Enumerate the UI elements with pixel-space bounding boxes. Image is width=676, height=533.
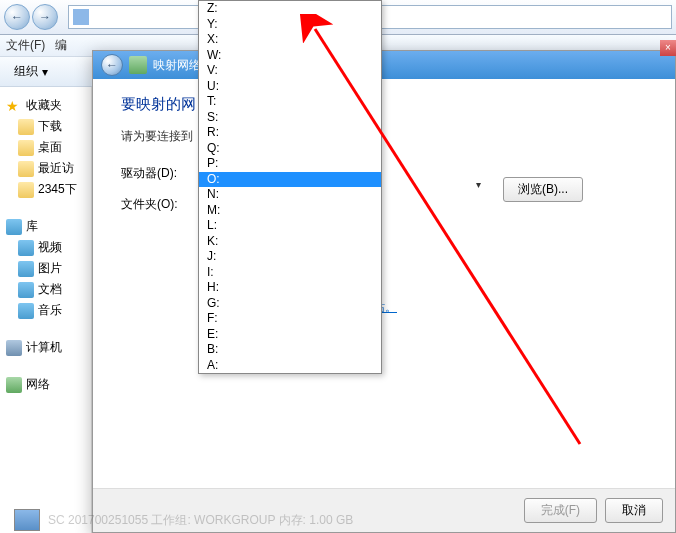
sidebar-favorites-label: 收藏夹 [26,97,62,114]
sidebar-item-pictures[interactable]: 图片 [0,258,91,279]
forward-arrow-icon: → [39,10,51,24]
sidebar-item-music[interactable]: 音乐 [0,300,91,321]
back-arrow-icon: ← [11,10,23,24]
drive-letter-dropdown[interactable]: Z:Y:X:W:V:U:T:S:R:Q:P:O:N:M:L:K:J:I:H:G:… [198,0,382,374]
forward-button[interactable]: → [32,4,58,30]
drive-option-q[interactable]: Q: [199,141,381,157]
drive-option-h[interactable]: H: [199,280,381,296]
picture-icon [18,261,34,277]
folder-icon [18,182,34,198]
drive-option-a[interactable]: A: [199,358,381,374]
sidebar-computer-label: 计算机 [26,339,62,356]
music-icon [18,303,34,319]
dialog-back-button[interactable]: ← [101,54,123,76]
folder-icon [18,161,34,177]
sidebar-item-desktop[interactable]: 桌面 [0,137,91,158]
sidebar-libraries-label: 库 [26,218,38,235]
drive-option-n[interactable]: N: [199,187,381,203]
folder-label: 文件夹(O): [121,196,196,213]
sidebar-item-documents[interactable]: 文档 [0,279,91,300]
folder-dropdown-arrow-icon[interactable]: ▾ [476,179,481,190]
drive-option-k[interactable]: K: [199,234,381,250]
star-icon: ★ [6,98,22,114]
organize-button[interactable]: 组织 ▾ [8,61,54,82]
library-icon [6,219,22,235]
dialog-body: 要映射的网 请为要连接到 驱动器(D): 文件夹(O): ▾ 浏览(B)... … [93,79,675,488]
map-network-drive-dialog: ← 映射网络 要映射的网 请为要连接到 驱动器(D): 文件夹(O): ▾ 浏览… [92,50,676,533]
status-bar: SC 201700251055 工作组: WORKGROUP 内存: 1.00 … [14,509,353,531]
folder-icon [18,119,34,135]
drive-option-l[interactable]: L: [199,218,381,234]
organize-label: 组织 [14,63,38,80]
drive-option-o[interactable]: O: [199,172,381,188]
drive-option-v[interactable]: V: [199,63,381,79]
drive-option-u[interactable]: U: [199,79,381,95]
sidebar-computer[interactable]: 计算机 [0,337,91,358]
cancel-button[interactable]: 取消 [605,498,663,523]
status-text: SC 201700251055 工作组: WORKGROUP 内存: 1.00 … [48,512,353,529]
close-icon[interactable]: × [660,40,676,56]
navigation-sidebar: ★ 收藏夹 下载 桌面 最近访 2345下 库 视频 图片 文档 音乐 计算机 [0,87,92,533]
chevron-down-icon: ▾ [42,65,48,79]
sidebar-item-downloads[interactable]: 下载 [0,116,91,137]
drive-option-x[interactable]: X: [199,32,381,48]
sidebar-favorites[interactable]: ★ 收藏夹 [0,95,91,116]
sidebar-network-label: 网络 [26,376,50,393]
drive-option-m[interactable]: M: [199,203,381,219]
network-drive-icon [129,56,147,74]
sidebar-libraries[interactable]: 库 [0,216,91,237]
drive-option-g[interactable]: G: [199,296,381,312]
drive-option-e[interactable]: E: [199,327,381,343]
folder-icon [18,140,34,156]
drive-option-s[interactable]: S: [199,110,381,126]
sidebar-item-recent[interactable]: 最近访 [0,158,91,179]
drive-option-f[interactable]: F: [199,311,381,327]
network-icon [6,377,22,393]
back-arrow-icon: ← [106,58,118,72]
drive-option-t[interactable]: T: [199,94,381,110]
drive-option-i[interactable]: I: [199,265,381,281]
sidebar-item-2345[interactable]: 2345下 [0,179,91,200]
location-icon [73,9,89,25]
drive-label: 驱动器(D): [121,165,196,182]
drive-option-p[interactable]: P: [199,156,381,172]
sidebar-network[interactable]: 网络 [0,374,91,395]
drive-option-j[interactable]: J: [199,249,381,265]
finish-button[interactable]: 完成(F) [524,498,597,523]
drive-option-y[interactable]: Y: [199,17,381,33]
file-menu[interactable]: 文件(F) [6,37,45,54]
drive-option-z[interactable]: Z: [199,1,381,17]
drive-option-r[interactable]: R: [199,125,381,141]
drive-option-w[interactable]: W: [199,48,381,64]
dialog-titlebar: ← 映射网络 [93,51,675,79]
browse-button[interactable]: 浏览(B)... [503,177,583,202]
monitor-icon [14,509,40,531]
dialog-title: 映射网络 [153,57,201,74]
edit-menu[interactable]: 编 [55,37,67,54]
sidebar-item-videos[interactable]: 视频 [0,237,91,258]
document-icon [18,282,34,298]
video-icon [18,240,34,256]
drive-option-b[interactable]: B: [199,342,381,358]
back-button[interactable]: ← [4,4,30,30]
computer-icon [6,340,22,356]
